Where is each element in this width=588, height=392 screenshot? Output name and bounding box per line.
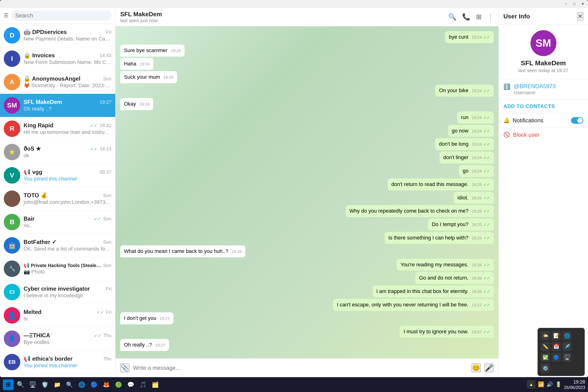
chat-item-dpd[interactable]: D 🤖 DPDservices Fri New Payment Details:… bbox=[0, 24, 115, 47]
tray-edge-icon[interactable]: 🌐 bbox=[563, 331, 572, 340]
taskbar-icon-3[interactable]: 📁 bbox=[52, 379, 63, 390]
message-bubble-15: Do I tempt you? 19:25 ✓✓ bbox=[428, 218, 494, 230]
chat-item-ethicas-border[interactable]: EB 📢 ethica's border Thu You joined this… bbox=[0, 350, 115, 374]
user-avatar-section: SM SFL MakeDem last seen today at 19:27 bbox=[499, 24, 588, 79]
message-row-6: Okay 19:24 bbox=[120, 98, 494, 110]
taskbar-search-icon[interactable]: 🔍 bbox=[15, 379, 26, 390]
chat-item-ethica[interactable]: 👤 —ΞTHICA ✓✓ Thu Bye-oodles bbox=[0, 327, 115, 350]
taskbar-icon-4[interactable]: 🔍 bbox=[64, 379, 75, 390]
chat-item-sfl[interactable]: SM SFL MakeDem 19:27 Oh really ..? bbox=[0, 94, 115, 117]
message-bubble-4: Suck your mum 19:24 bbox=[120, 71, 177, 83]
message-bubble-6: Okay 19:24 bbox=[120, 98, 153, 110]
taskbar-icon-7[interactable]: 💬 bbox=[125, 379, 136, 390]
message-bubble-20: I am trapped in this chat box for eterni… bbox=[373, 286, 494, 298]
message-bubble-18: You're reading my messages. 19:26 ✓✓ bbox=[397, 259, 494, 271]
chat-area: SFL MakeDem last seen just now 🔍 📞 ⊞ ⋮ b… bbox=[115, 8, 499, 377]
message-bubble-12: don't return to read this message. 19:25… bbox=[388, 178, 494, 190]
chat-time-dos: ✓✓ 14:13 bbox=[90, 146, 111, 152]
taskbar-icon-1[interactable]: 🖥️ bbox=[27, 379, 38, 390]
message-input[interactable] bbox=[133, 365, 468, 371]
tray-telegram-icon[interactable]: ✈️ bbox=[563, 342, 572, 351]
emoji-button[interactable]: 😊 bbox=[472, 364, 481, 372]
chat-item-anonymous[interactable]: A 🔒 AnonymousAngel Sun 🦊 StormKitty - Re… bbox=[0, 70, 115, 94]
maximize-button[interactable]: □ bbox=[571, 1, 578, 6]
message-bubble-16: Is there something I can help with? 19:2… bbox=[385, 232, 494, 244]
wifi-icon: 📶 bbox=[538, 382, 544, 388]
toggle-panel-button[interactable]: ⊞ bbox=[476, 13, 482, 21]
chat-item-vgg[interactable]: V 📢 vgg 00:37 You joined this channel bbox=[0, 164, 115, 187]
message-row-23: I must try to ignore you now. 19:27 ✓✓ bbox=[120, 326, 494, 338]
chat-item-dos[interactable]: ⭐ ϑoS ★ ✓✓ 14:13 ok bbox=[0, 140, 115, 164]
tray-monitor-icon[interactable]: 🖥️ bbox=[563, 353, 572, 362]
chat-item-hacking[interactable]: 🔧 📢 Private Hacking Tools (Stealers & Ra… bbox=[0, 257, 115, 280]
close-button[interactable]: ✕ bbox=[580, 1, 586, 6]
microphone-button[interactable]: 🎤 bbox=[485, 364, 494, 372]
notifications-toggle[interactable] bbox=[571, 117, 583, 124]
tray-weather-icon[interactable]: 🌤️ bbox=[541, 331, 550, 340]
search-messages-button[interactable]: 🔍 bbox=[448, 13, 457, 21]
chat-name-invoices: 🔒 Invoices bbox=[23, 52, 55, 59]
message-bubble-7: run 19:24 ✓✓ bbox=[457, 112, 494, 124]
more-options-button[interactable]: ⋮ bbox=[487, 13, 494, 21]
message-bubble-1: bye cunt 19:24 ✓✓ bbox=[445, 31, 494, 43]
battery-icon: 🔋 bbox=[555, 382, 562, 388]
tray-notes-icon[interactable]: 📝 bbox=[552, 331, 561, 340]
system-tray-popup-icon[interactable]: ▲ bbox=[527, 380, 536, 389]
message-row-8: go now 19:24 ✓✓ bbox=[120, 125, 494, 137]
message-row-7: run 19:24 ✓✓ bbox=[120, 112, 494, 124]
taskbar-icon-8[interactable]: 🎵 bbox=[138, 379, 148, 390]
taskbar-icon-9[interactable]: 🗂️ bbox=[150, 379, 161, 390]
chat-item-toto[interactable]: TOTO 💰 Sun john@fnail.com:john:London:+3… bbox=[0, 187, 115, 210]
block-user-section[interactable]: 🚫 Block user bbox=[499, 128, 588, 142]
chat-item-sms[interactable]: SG Sms gateway ✓✓ Thu I really need it bbox=[0, 374, 115, 377]
avatar-ethicas-border: EB bbox=[4, 354, 20, 370]
chat-preview-melted: hi bbox=[23, 316, 111, 322]
chat-time-hacking: Sun bbox=[103, 263, 111, 268]
message-bubble-24: Oh really ..? 19:27 bbox=[120, 339, 169, 351]
tray-settings-icon[interactable]: ⚙️ bbox=[541, 364, 550, 373]
close-user-info-button[interactable]: ✕ bbox=[577, 12, 583, 20]
message-bubble-2: Sure bye scammer 19:24 bbox=[120, 44, 184, 56]
chat-item-botfather[interactable]: 🤖 BotFather ✓ Sun OK. Send me a list of … bbox=[0, 234, 115, 257]
chat-item-melted[interactable]: 👤 Melted ✓✓ Fri hi bbox=[0, 304, 115, 327]
chat-header: SFL MakeDem last seen just now 🔍 📞 ⊞ ⋮ bbox=[115, 8, 499, 26]
chat-item-invoices[interactable]: I 🔒 Invoices 14:43 New Form Submission N… bbox=[0, 47, 115, 70]
tray-bluetooth-icon[interactable]: 🔵 bbox=[552, 353, 561, 362]
block-icon: 🚫 bbox=[503, 132, 510, 138]
attach-button[interactable]: 📎 bbox=[120, 364, 129, 372]
taskbar-icon-chrome[interactable]: 🔵 bbox=[89, 379, 99, 390]
chat-name-king: King Rapid bbox=[23, 122, 53, 129]
tray-calendar-icon[interactable]: 📅 bbox=[552, 342, 561, 351]
taskbar-icon-edge[interactable]: 🌐 bbox=[76, 379, 87, 390]
chat-item-king[interactable]: R King Rapid ✓✓ 18:42 Hit me up tomorrow… bbox=[0, 117, 115, 140]
chat-preview-hacking: 📷 Photo bbox=[23, 269, 111, 275]
tray-check-icon[interactable]: ✅ bbox=[541, 353, 550, 362]
block-user-text[interactable]: Block user bbox=[513, 132, 540, 138]
taskbar-icon-2[interactable]: 🛡️ bbox=[39, 379, 50, 390]
message-row-12: don't return to read this message. 19:25… bbox=[120, 178, 494, 190]
chat-item-bair[interactable]: B Bair ✓✓ Sun no.. bbox=[0, 210, 115, 234]
search-input[interactable] bbox=[11, 10, 111, 21]
message-bubble-5: On your bike 19:24 ✓✓ bbox=[435, 84, 494, 97]
msg-time-14: 19:25 ✓✓ bbox=[472, 209, 490, 214]
chat-preview-king: Hit me up tomorrow man and instruct me w… bbox=[23, 129, 111, 135]
msg-time-18: 19:26 ✓✓ bbox=[472, 263, 490, 267]
notifications-section: 🔔 Notifications bbox=[499, 114, 588, 128]
add-to-contacts-section[interactable]: ADD TO CONTACTS bbox=[499, 100, 588, 114]
taskbar-icon-6[interactable]: 🟢 bbox=[113, 379, 124, 390]
windows-start-button[interactable]: ⊞ bbox=[3, 379, 14, 390]
minimize-button[interactable]: − bbox=[563, 1, 569, 6]
chat-name-melted: Melted bbox=[23, 309, 41, 316]
chat-preview-sfl: Oh really ..? bbox=[23, 106, 111, 112]
message-row-16: Is there something I can help with? 19:2… bbox=[120, 232, 494, 244]
chat-time-melted: ✓✓ Fri bbox=[97, 310, 111, 315]
menu-icon[interactable]: ☰ bbox=[4, 12, 8, 18]
call-button[interactable]: 📞 bbox=[462, 13, 470, 21]
taskbar-icon-5[interactable]: 🦊 bbox=[101, 379, 112, 390]
taskbar-time: 19:28 bbox=[564, 379, 585, 385]
tray-pen-icon[interactable]: ✏️ bbox=[541, 342, 550, 351]
avatar-cyber: CI bbox=[4, 284, 20, 300]
chat-item-cyber[interactable]: CI Cyber crime investigator Fri I believ… bbox=[0, 280, 115, 304]
add-contacts-text[interactable]: ADD TO CONTACTS bbox=[503, 103, 555, 109]
user-info-title: User Info bbox=[503, 13, 530, 20]
